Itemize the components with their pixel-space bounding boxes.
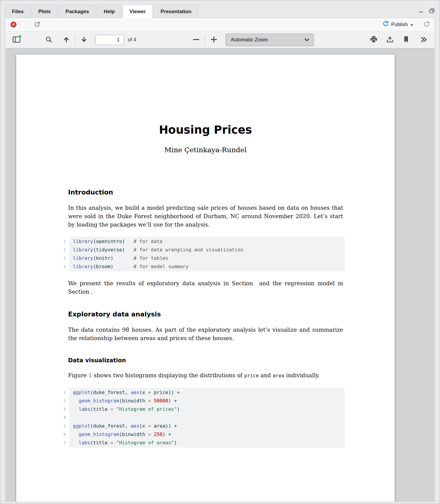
search-button[interactable] [43, 33, 55, 47]
refresh-button[interactable] [422, 20, 431, 29]
publish-icon [382, 21, 389, 28]
paragraph: In this analysis, we build a model predi… [68, 204, 343, 229]
viewer-frame: ✕ Publish [5, 18, 435, 502]
text-run: Figure [68, 372, 88, 378]
page-number-input[interactable] [95, 35, 124, 45]
pane-tab-bar: Files Plots Packages Help Viewer Present… [0, 0, 440, 18]
text-run: individually. [284, 372, 320, 378]
open-in-new-window-button[interactable] [33, 20, 42, 29]
arrow-up-icon [63, 36, 70, 44]
double-chevron-right-icon [420, 36, 427, 44]
refresh-icon [424, 21, 430, 28]
code-line-numbers: 1234567 [57, 388, 69, 448]
rstudio-viewer-pane: Files Plots Packages Help Viewer Present… [0, 0, 440, 504]
code-content: library(openintro) # for datalibrary(tid… [69, 237, 345, 271]
section-heading: Introduction [68, 188, 343, 196]
plus-icon [210, 36, 218, 44]
code-content: ggplot(duke_forest, aes(x = price)) + ge… [69, 388, 345, 448]
figure-ref-link[interactable]: 1 [88, 372, 92, 378]
stop-button[interactable]: ✕ [9, 20, 18, 29]
document-title: Housing Prices [16, 123, 395, 136]
paragraph: We present the results of exploratory da… [68, 279, 343, 296]
zoom-in-button[interactable] [208, 33, 220, 47]
toolbar-divider [419, 21, 419, 28]
document-author: Mine Çetinkaya-Rundel [16, 146, 395, 154]
publish-label: Publish [391, 22, 408, 28]
chevron-down-icon [304, 37, 309, 43]
minimize-pane-icon[interactable] [418, 8, 424, 13]
bookmark-button[interactable] [400, 33, 412, 47]
tab-strip: Files Plots Packages Help Viewer Present… [5, 4, 199, 18]
download-button[interactable] [384, 33, 396, 47]
code-line-numbers: 1234 [57, 237, 69, 271]
printer-icon [370, 36, 378, 44]
restore-pane-icon[interactable] [429, 8, 435, 13]
document-body: IntroductionIn this analysis, we build a… [16, 188, 395, 448]
viewer-toolbar: ✕ Publish [5, 18, 435, 31]
page-count-label: of 4 [128, 37, 136, 43]
previous-page-button[interactable] [60, 33, 73, 47]
minus-icon [192, 36, 200, 44]
toggle-sidebar-button[interactable] [10, 33, 23, 47]
pdf-viewer-area[interactable]: Housing Prices Mine Çetinkaya-Rundel Int… [5, 49, 435, 502]
section-heading: Exploratory data analysis [68, 310, 343, 318]
tab-help[interactable]: Help [97, 5, 122, 18]
text-run: shows two histograms displaying the dist… [92, 372, 244, 378]
zoom-select[interactable]: Automatic Zoom [226, 34, 314, 46]
pane-window-controls [418, 8, 435, 18]
text-run: and [259, 372, 273, 378]
more-tools-button[interactable] [417, 33, 430, 47]
text-run: In this analysis, we build a model predi… [68, 205, 343, 228]
zoom-out-button[interactable] [190, 33, 202, 47]
tab-presentation[interactable]: Presentation [154, 5, 198, 18]
popout-icon [34, 21, 40, 28]
clear-viewer-icon [19, 22, 25, 28]
next-page-button[interactable] [78, 33, 90, 47]
toolbar-divider [75, 35, 75, 44]
text-run: area [273, 373, 284, 378]
bookmark-icon [403, 36, 409, 44]
publish-caret-icon [410, 22, 413, 28]
tab-plots[interactable]: Plots [31, 5, 58, 18]
paragraph: Figure 1 shows two histograms displaying… [68, 371, 343, 380]
tab-viewer[interactable]: Viewer [123, 5, 153, 18]
print-button[interactable] [367, 33, 380, 47]
zoom-select-label: Automatic Zoom [231, 37, 268, 43]
code-block: 1234567ggplot(duke_forest, aes(x = price… [57, 388, 345, 448]
publish-button[interactable]: Publish [379, 19, 416, 30]
clear-viewer-button[interactable] [18, 20, 27, 29]
arrow-down-icon [80, 36, 88, 44]
code-block: 1234library(openintro) # for datalibrary… [57, 237, 345, 271]
pdf-toolbar: of 4 Automatic Zoom [5, 31, 435, 49]
section-heading: Data visualization [68, 357, 343, 363]
text-run: We present the results of exploratory da… [68, 280, 343, 295]
notification-dot [18, 35, 22, 38]
download-icon [386, 36, 394, 44]
tab-files[interactable]: Files [5, 5, 31, 18]
paragraph: The data contains 98 houses. As part of … [68, 326, 343, 342]
pdf-page: Housing Prices Mine Çetinkaya-Rundel Int… [16, 55, 395, 502]
tab-packages[interactable]: Packages [58, 5, 96, 18]
toolbar-divider [205, 35, 205, 44]
toolbar-divider [30, 21, 30, 28]
search-icon [45, 36, 52, 44]
stop-icon: ✕ [10, 22, 16, 28]
text-run: The data contains 98 houses. As part of … [68, 327, 343, 341]
text-run: price [244, 373, 259, 378]
